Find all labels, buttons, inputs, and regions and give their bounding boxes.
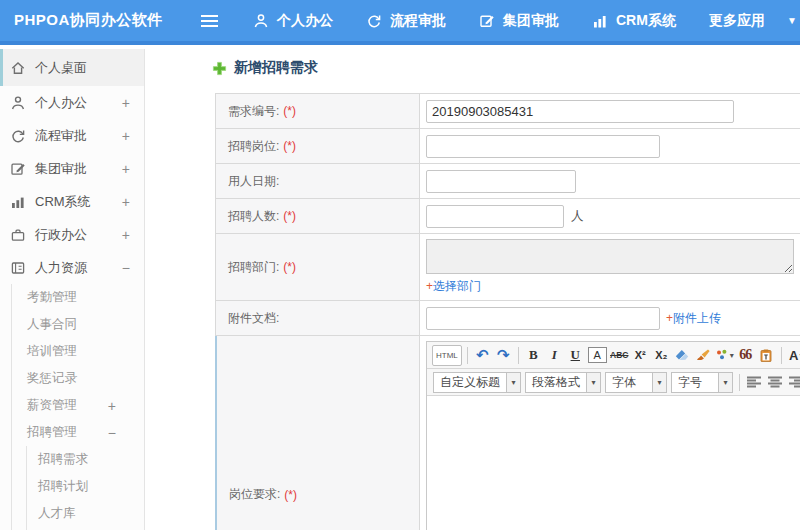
bar-chart-icon	[592, 13, 608, 29]
subscript-button[interactable]: X₂	[652, 345, 671, 366]
expand-icon[interactable]: +	[122, 95, 130, 111]
main-content: 新增招聘需求 需求编号: (*) 招聘岗位: (*) 用人日期:	[146, 49, 800, 530]
headcount-input[interactable]	[426, 205, 564, 228]
align-left-button[interactable]	[747, 376, 762, 388]
upload-attachment-link[interactable]: +附件上传	[666, 310, 721, 327]
attachment-input[interactable]	[426, 307, 660, 330]
strikethrough-button[interactable]: ABC	[610, 345, 629, 366]
department-textarea[interactable]	[426, 239, 794, 274]
form-row-position: 招聘岗位: (*)	[216, 129, 800, 164]
form-row-department: 招聘部门: (*) +选择部门	[216, 234, 800, 301]
expand-icon[interactable]: +	[122, 227, 130, 243]
paintbrush-icon	[696, 349, 710, 361]
sidebar-item-admin-office[interactable]: 行政办公 +	[0, 218, 144, 251]
expand-icon[interactable]: +	[122, 128, 130, 144]
sidebar-item-hr-contracts[interactable]: 人事合同	[0, 311, 144, 338]
align-right-button[interactable]	[789, 376, 800, 388]
nav-label: 集团审批	[503, 12, 559, 30]
menu-toggle-icon[interactable]	[200, 14, 220, 28]
field-label: 岗位要求: (*)	[217, 336, 420, 530]
field-label: 招聘部门: (*)	[216, 234, 420, 300]
nav-group-approval[interactable]: 集团审批	[479, 12, 559, 30]
custom-heading-select[interactable]: 自定义标题 ▾	[433, 372, 521, 393]
sidebar-item-label: 个人办公	[35, 94, 87, 112]
bold-button[interactable]: B	[524, 345, 543, 366]
sidebar-item-crm[interactable]: CRM系统 +	[0, 185, 144, 218]
undo-button[interactable]: ↶	[473, 345, 492, 366]
field-label: 需求编号: (*)	[216, 94, 420, 128]
nav-label: 个人办公	[277, 12, 333, 30]
sidebar-item-attendance[interactable]: 考勤管理	[0, 284, 144, 311]
remove-format-button[interactable]	[673, 345, 692, 366]
expand-icon[interactable]: +	[122, 161, 130, 177]
select-department-link[interactable]: +选择部门	[426, 278, 481, 295]
edit-icon	[10, 161, 26, 177]
sidebar-item-label: 行政办公	[35, 226, 87, 244]
nav-label: CRM系统	[616, 12, 676, 30]
sidebar-item-label: CRM系统	[35, 193, 91, 211]
nav-workflow-approval[interactable]: 流程审批	[366, 12, 446, 30]
font-size-select[interactable]: 字号 ▾	[671, 372, 733, 393]
plus-glyph: +	[666, 311, 673, 325]
recruit-demand-form: 需求编号: (*) 招聘岗位: (*) 用人日期:	[215, 93, 800, 530]
sidebar-item-label: 个人桌面	[35, 59, 87, 77]
top-bar: PHPOA协同办公软件 个人办公 流程审批 集团审批 CRM系统	[0, 0, 800, 45]
field-label: 用人日期:	[216, 164, 420, 198]
workflow-icon	[366, 13, 382, 29]
sidebar-item-recruit-plan[interactable]: 招聘计划	[0, 473, 144, 500]
home-icon	[10, 60, 26, 76]
redo-button[interactable]: ↷	[494, 345, 513, 366]
position-input[interactable]	[426, 135, 660, 158]
page-title: 新增招聘需求	[212, 59, 318, 77]
sidebar-item-desktop[interactable]: 个人桌面	[0, 49, 144, 86]
sidebar-item-label: 考勤管理	[27, 289, 77, 306]
font-color-button[interactable]: A ▾	[787, 345, 800, 366]
demand-no-input[interactable]	[426, 100, 734, 123]
nav-more-apps[interactable]: 更多应用	[709, 12, 765, 30]
expand-icon[interactable]: +	[122, 194, 130, 210]
paste-text-button[interactable]	[757, 345, 776, 366]
collapse-icon[interactable]: −	[122, 260, 130, 276]
color-palette-button[interactable]: ▾	[715, 345, 734, 366]
italic-button[interactable]: I	[545, 345, 564, 366]
job-requirements-editor-area[interactable]	[427, 396, 800, 530]
format-paint-button[interactable]	[694, 345, 713, 366]
sidebar-item-salary[interactable]: 薪资管理 +	[0, 392, 144, 419]
required-marker: (*)	[283, 209, 296, 223]
superscript-button[interactable]: X²	[631, 345, 650, 366]
underline-button[interactable]: U	[566, 345, 585, 366]
toolbar-separator	[739, 374, 740, 391]
sidebar-item-group-approval[interactable]: 集团审批 +	[0, 152, 144, 185]
nav-personal-office[interactable]: 个人办公	[253, 12, 333, 30]
blockquote-button[interactable]: 66	[736, 345, 755, 366]
sidebar-item-recruit-demand[interactable]: 招聘需求	[0, 446, 144, 473]
unit-label: 人	[571, 208, 584, 225]
font-family-select[interactable]: 字体 ▾	[605, 372, 667, 393]
toolbar-separator	[467, 347, 468, 364]
source-code-button[interactable]: HTML	[432, 345, 462, 366]
sidebar-item-rewards[interactable]: 奖惩记录	[0, 365, 144, 392]
font-style-button[interactable]: A	[588, 347, 607, 363]
sidebar-item-talent-pool[interactable]: 人才库	[0, 500, 144, 527]
sidebar-item-label: 人力资源	[35, 259, 87, 277]
align-center-button[interactable]	[768, 376, 783, 388]
sidebar-item-recruitment[interactable]: 招聘管理 −	[0, 419, 144, 446]
collapse-icon[interactable]: −	[108, 425, 116, 441]
hire-date-input[interactable]	[426, 170, 576, 193]
sidebar-item-label: 招聘需求	[38, 451, 88, 468]
sidebar-item-workflow-approval[interactable]: 流程审批 +	[0, 119, 144, 152]
sidebar-item-personal-office[interactable]: 个人办公 +	[0, 86, 144, 119]
sidebar-item-training[interactable]: 培训管理	[0, 338, 144, 365]
required-marker: (*)	[283, 260, 296, 274]
nav-label: 流程审批	[390, 12, 446, 30]
sidebar-item-label: 人才库	[38, 505, 76, 522]
nav-label: 更多应用	[709, 12, 765, 30]
field-label: 招聘岗位: (*)	[216, 129, 420, 163]
paragraph-format-select[interactable]: 段落格式 ▾	[525, 372, 601, 393]
expand-icon[interactable]: +	[108, 398, 116, 414]
sidebar-item-hr[interactable]: 人力资源 −	[0, 251, 144, 284]
plus-glyph: +	[426, 279, 433, 293]
form-row-headcount: 招聘人数: (*) 人	[216, 199, 800, 234]
nav-crm-system[interactable]: CRM系统	[592, 12, 676, 30]
chevron-down-icon[interactable]: ▼	[787, 15, 797, 26]
